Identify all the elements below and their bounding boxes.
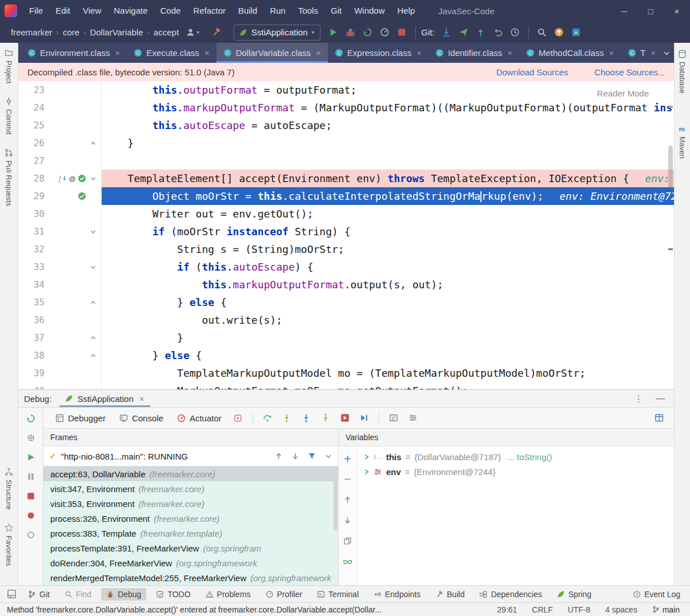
choose-sources-link[interactable]: Choose Sources... bbox=[595, 67, 665, 77]
gutter[interactable]: 29 bbox=[18, 187, 102, 205]
code-editor[interactable]: 23 this.outputFormat = outputFormat;24 t… bbox=[18, 81, 674, 389]
toolwindow-stripe-pull-requests[interactable]: Pull Requests bbox=[5, 148, 13, 206]
tab-close-icon[interactable]: × bbox=[651, 48, 656, 58]
variable-row-env[interactable]: env={Environment@7244} bbox=[358, 464, 674, 479]
code-text[interactable]: TemplateElement[] accept(Environment env… bbox=[102, 170, 674, 187]
build-project-button[interactable] bbox=[207, 25, 224, 40]
menu-file[interactable]: File bbox=[23, 0, 49, 22]
toolwindow-button-debug[interactable]: Debug bbox=[101, 588, 146, 601]
gutter[interactable]: 23 bbox=[18, 81, 102, 99]
gutter[interactable]: 40 bbox=[18, 382, 102, 389]
gutter[interactable]: 35 bbox=[18, 293, 102, 311]
code-text[interactable]: TemplateMarkupOutputModel mo = (Template… bbox=[102, 364, 674, 382]
stack-frame[interactable]: visit:353, Environment(freemarker.core) bbox=[43, 496, 338, 511]
menu-run[interactable]: Run bbox=[263, 0, 292, 22]
toolwindow-button-event-log[interactable]: Event Log bbox=[628, 588, 685, 601]
code-text[interactable]: } else { bbox=[102, 293, 674, 311]
code-text[interactable]: } bbox=[102, 329, 674, 347]
run-to-end-button[interactable] bbox=[355, 410, 374, 426]
code-text[interactable]: this.outputFormat = outputFormat; bbox=[102, 81, 674, 99]
gutter[interactable]: 34 bbox=[18, 276, 102, 293]
move-down-button[interactable] bbox=[340, 514, 356, 526]
toolwindow-button-problems[interactable]: Problems bbox=[200, 588, 256, 601]
evaluate-button[interactable] bbox=[384, 410, 403, 426]
copy-button[interactable] bbox=[340, 534, 356, 547]
tab-close-icon[interactable]: × bbox=[204, 48, 210, 58]
toolwindow-button-git[interactable]: Git bbox=[23, 588, 55, 601]
close-button[interactable]: × bbox=[664, 0, 690, 22]
debug-button[interactable] bbox=[342, 25, 359, 40]
toolwindow-stripe-structure[interactable]: Structure bbox=[5, 468, 13, 510]
thread-dropdown-icon[interactable] bbox=[324, 452, 332, 460]
toolwindow-button-todo[interactable]: TODO bbox=[151, 588, 195, 601]
code-text[interactable]: out.write(s); bbox=[102, 311, 674, 329]
ide-update-icon[interactable] bbox=[551, 25, 568, 40]
code-text[interactable]: MarkupOutputFormat moOF = mo.getOutputFo… bbox=[102, 382, 674, 389]
tool-window-switcher-icon[interactable] bbox=[5, 587, 18, 602]
menu-code[interactable]: Code bbox=[154, 0, 187, 22]
gutter[interactable]: 33 bbox=[18, 258, 102, 276]
gutter[interactable]: 28f@ bbox=[18, 170, 102, 187]
toolwindow-stripe-favorites[interactable]: Favorites bbox=[5, 524, 13, 566]
more-options-icon[interactable]: ⋮ bbox=[634, 393, 643, 404]
layout-settings-button[interactable] bbox=[650, 410, 668, 426]
scrollbar-thumb[interactable] bbox=[668, 146, 673, 188]
menu-edit[interactable]: Edit bbox=[49, 0, 77, 22]
gutter[interactable]: 31 bbox=[18, 223, 102, 240]
prev-frame-icon[interactable] bbox=[275, 452, 283, 460]
line-separator[interactable]: CRLF bbox=[532, 605, 553, 614]
frames-scrollbar[interactable] bbox=[334, 468, 338, 530]
toolwindow-stripe-commit[interactable]: Commit bbox=[5, 97, 13, 135]
stack-frame[interactable]: accept:63, DollarVariable(freemarker.cor… bbox=[43, 466, 338, 481]
watch-glasses-button[interactable] bbox=[340, 555, 356, 567]
breadcrumb-item-freemarker[interactable]: freemarker bbox=[8, 27, 55, 37]
tab-close-icon[interactable]: × bbox=[416, 48, 422, 58]
step-into-button[interactable] bbox=[278, 410, 296, 426]
git-branch-widget[interactable]: main bbox=[652, 605, 680, 614]
reader-mode-label[interactable]: Reader Mode bbox=[597, 84, 649, 102]
tab-close-icon[interactable]: × bbox=[316, 48, 321, 58]
menu-window[interactable]: Window bbox=[348, 0, 391, 22]
gutter[interactable]: 27 bbox=[18, 152, 102, 170]
breadcrumb-item-core[interactable]: core bbox=[60, 27, 82, 37]
tab-close-icon[interactable]: × bbox=[507, 48, 512, 58]
download-sources-link[interactable]: Download Sources bbox=[496, 67, 568, 77]
code-text[interactable]: } else { bbox=[102, 347, 674, 364]
menu-refactor[interactable]: Refactor bbox=[187, 0, 232, 22]
stack-frame[interactable]: renderMergedTemplateModel:255, FreeMarke… bbox=[43, 570, 338, 585]
toolwindow-button-dependencies[interactable]: Dependencies bbox=[474, 588, 547, 601]
stack-frame[interactable]: doRender:304, FreeMarkerView(org.springf… bbox=[43, 555, 338, 570]
tab-close-icon[interactable]: × bbox=[115, 48, 121, 58]
layout-button[interactable] bbox=[404, 410, 422, 426]
move-up-button[interactable] bbox=[340, 493, 356, 506]
stack-frame[interactable]: process:383, Template(freemarker.templat… bbox=[43, 526, 338, 541]
code-text[interactable]: Writer out = env.getOut(); bbox=[102, 205, 674, 223]
toolwindow-stripe-project[interactable]: Project bbox=[5, 49, 13, 83]
debug-session-tab[interactable]: SstiApplication × bbox=[59, 390, 150, 407]
editor-tab-t[interactable]: CT× bbox=[621, 43, 663, 63]
coverage-button[interactable] bbox=[359, 25, 376, 40]
run-config-select[interactable]: SstiApplication ▾ bbox=[234, 25, 320, 41]
toolwindow-button-build[interactable]: Build bbox=[430, 588, 470, 601]
pause-button[interactable] bbox=[23, 470, 39, 483]
code-text[interactable]: Object moOrStr = this.calculateInterpola… bbox=[102, 187, 674, 205]
menu-tools[interactable]: Tools bbox=[292, 0, 324, 22]
update-project-button[interactable] bbox=[438, 25, 455, 40]
force-step-into-button[interactable] bbox=[297, 410, 315, 426]
debug-tab-debugger[interactable]: Debugger bbox=[49, 408, 112, 428]
gutter[interactable]: 26 bbox=[18, 134, 102, 152]
toolwindow-button-profiler[interactable]: Profiler bbox=[260, 588, 307, 601]
file-encoding[interactable]: UTF-8 bbox=[568, 605, 591, 614]
rollback-button[interactable] bbox=[490, 25, 507, 40]
resume-button[interactable] bbox=[23, 451, 39, 464]
stack-frame[interactable]: processTemplate:391, FreeMarkerView(org.… bbox=[43, 541, 338, 555]
code-text[interactable]: } bbox=[102, 134, 674, 152]
view-breakpoints-button[interactable] bbox=[23, 509, 39, 522]
search-everywhere-button[interactable] bbox=[533, 25, 551, 40]
toolwindow-button-endpoints[interactable]: Endpoints bbox=[368, 588, 426, 601]
menu-help[interactable]: Help bbox=[391, 0, 422, 22]
toolwindow-stripe-database[interactable]: Database bbox=[678, 50, 687, 94]
code-text[interactable]: String s = (String)moOrStr; bbox=[102, 240, 674, 258]
gutter[interactable]: 39 bbox=[18, 364, 102, 382]
debug-tab-console[interactable]: Console bbox=[113, 408, 170, 428]
